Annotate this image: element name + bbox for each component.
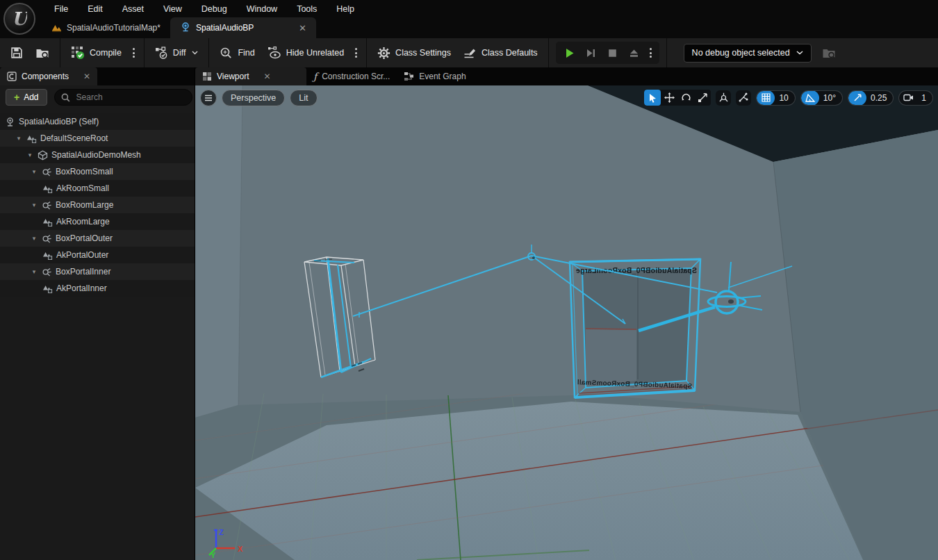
- menu-debug[interactable]: Debug: [192, 4, 237, 14]
- toolbar-separator: [144, 38, 145, 67]
- tree-row-spatialaudiodemomesh[interactable]: ▾ SpatialAudioDemoMesh: [0, 147, 195, 163]
- menu-window[interactable]: Window: [237, 4, 287, 14]
- ak-component-icon: [42, 250, 53, 260]
- components-tree: SpatialAudioBP (Self) ▾ DefaultSceneRoot…: [0, 113, 195, 297]
- tree-row-boxportalinner[interactable]: ▾ BoxPortalInner: [0, 263, 195, 280]
- select-tool-button[interactable]: [644, 90, 661, 106]
- audio-volume-icon: [41, 200, 52, 211]
- viewport-options-menu-button[interactable]: [200, 90, 217, 106]
- components-tab-bar: Components ✕: [0, 67, 195, 85]
- function-icon: ƒ: [313, 71, 317, 82]
- tree-row-boxportalouter[interactable]: ▾ BoxPortalOuter: [0, 230, 195, 247]
- expand-arrow-icon[interactable]: ▾: [31, 201, 38, 208]
- rotate-tool-button[interactable]: [677, 90, 694, 106]
- grid-snap-icon: [757, 90, 775, 106]
- hamburger-icon: [204, 94, 213, 101]
- perspective-dropdown[interactable]: Perspective: [222, 90, 285, 106]
- tab-spatial-audio-tutorial-map[interactable]: SpatialAudioTutorialMap*: [42, 17, 170, 38]
- camera-icon: [899, 90, 917, 106]
- ak-component-icon: [42, 217, 53, 227]
- move-tool-button[interactable]: [661, 90, 677, 106]
- compile-icon: [71, 46, 85, 60]
- tree-row-akroomlarge[interactable]: AkRoomLarge: [0, 213, 195, 230]
- scale-tool-button[interactable]: [694, 90, 711, 106]
- save-button[interactable]: [4, 42, 29, 64]
- tree-row-akportalinner[interactable]: AkPortalInner: [0, 280, 195, 297]
- close-panel-icon[interactable]: ✕: [263, 72, 270, 81]
- menu-file[interactable]: File: [44, 4, 78, 14]
- coordinate-gizmo-icon: [718, 92, 729, 103]
- tab-components[interactable]: Components ✕: [0, 67, 97, 85]
- toolbar-separator: [366, 38, 367, 67]
- close-tab-icon[interactable]: ✕: [299, 23, 306, 33]
- search-icon: [61, 93, 70, 102]
- unreal-logo-icon[interactable]: U: [3, 3, 35, 35]
- menu-tools[interactable]: Tools: [287, 4, 327, 14]
- stop-button[interactable]: [602, 42, 623, 64]
- tree-row-boxroomsmall[interactable]: ▾ BoxRoomSmall: [0, 163, 195, 180]
- tree-row-defaultsceneroot[interactable]: ▾ DefaultSceneRoot: [0, 130, 195, 147]
- class-defaults-button[interactable]: Class Defaults: [457, 42, 544, 64]
- tab-construction-script[interactable]: ƒ Construction Scr...: [306, 67, 397, 85]
- tree-row-spatialaudiobp-self[interactable]: SpatialAudioBP (Self): [0, 113, 195, 130]
- rotate-icon: [681, 92, 691, 103]
- blueprint-self-icon: [4, 117, 15, 127]
- browse-debug-object-button[interactable]: [816, 42, 842, 64]
- viewport-icon: [202, 72, 212, 81]
- compile-button[interactable]: Compile: [65, 42, 128, 64]
- play-button[interactable]: [559, 42, 580, 64]
- tree-row-boxroomlarge[interactable]: ▾ BoxRoomLarge: [0, 197, 195, 213]
- camera-speed-control[interactable]: 1: [898, 90, 933, 106]
- audio-volume-icon: [41, 233, 52, 244]
- hide-unrelated-button[interactable]: Hide Unrelated: [261, 42, 350, 64]
- expand-arrow-icon[interactable]: ▾: [31, 235, 38, 242]
- eject-button[interactable]: [623, 42, 645, 64]
- frame-skip-button[interactable]: [580, 42, 602, 64]
- tree-row-akroomsmall[interactable]: AkRoomSmall: [0, 180, 195, 197]
- surface-snapping-button[interactable]: [736, 90, 751, 106]
- expand-arrow-icon[interactable]: ▾: [31, 168, 38, 175]
- components-search[interactable]: [54, 89, 192, 106]
- pencil-icon: [463, 47, 477, 59]
- menu-view[interactable]: View: [154, 4, 192, 14]
- viewport-canvas[interactable]: SpatialAudioBP0_BoxRoomLarge SpatialAudi…: [195, 85, 938, 560]
- grid-snap-control[interactable]: 10: [756, 90, 795, 106]
- ak-component-icon: [42, 283, 53, 293]
- scene-component-icon: [26, 133, 37, 143]
- scale-icon: [698, 93, 707, 103]
- lit-mode-dropdown[interactable]: Lit: [290, 90, 317, 106]
- toolbar-separator: [208, 38, 209, 67]
- search-input[interactable]: [75, 92, 186, 103]
- debug-object-dropdown[interactable]: No debug object selected: [684, 44, 812, 63]
- world-local-gizmo-button[interactable]: [716, 90, 731, 106]
- viewport-3d-scene: SpatialAudioBP0_BoxRoomLarge SpatialAudi…: [195, 85, 938, 560]
- tab-viewport[interactable]: Viewport ✕: [195, 67, 306, 85]
- browse-asset-button[interactable]: [29, 42, 56, 64]
- menu-help[interactable]: Help: [327, 4, 364, 14]
- menu-asset[interactable]: Asset: [113, 4, 154, 14]
- menu-edit[interactable]: Edit: [78, 4, 113, 14]
- expand-arrow-icon[interactable]: ▾: [31, 268, 38, 275]
- tab-event-graph[interactable]: Event Graph: [397, 67, 472, 85]
- play-options-kebab[interactable]: [645, 48, 657, 58]
- plus-icon: +: [14, 92, 19, 103]
- tree-row-akportalouter[interactable]: AkPortalOuter: [0, 247, 195, 263]
- expand-arrow-icon[interactable]: ▾: [26, 151, 33, 158]
- expand-arrow-icon[interactable]: ▾: [15, 135, 22, 142]
- hide-unrelated-kebab[interactable]: [350, 48, 362, 58]
- class-settings-button[interactable]: Class Settings: [371, 42, 457, 64]
- diff-button[interactable]: Diff: [149, 42, 205, 64]
- compile-options-kebab[interactable]: [128, 48, 140, 58]
- toolbar-separator: [60, 38, 60, 67]
- find-button[interactable]: Find: [213, 42, 261, 64]
- transform-tools: [644, 90, 711, 106]
- scale-snap-control[interactable]: 0.25: [848, 90, 894, 106]
- add-component-button[interactable]: + Add: [6, 89, 47, 106]
- portal-box-interior: [582, 268, 691, 388]
- components-panel: Components ✕ + Add SpatialAudioBP (Self): [0, 67, 195, 560]
- close-panel-icon[interactable]: ✕: [83, 72, 90, 81]
- tab-spatial-audio-bp[interactable]: SpatialAudioBP ✕: [170, 17, 316, 38]
- toolbar-separator: [548, 38, 549, 67]
- rotation-snap-control[interactable]: 10°: [800, 90, 843, 106]
- move-icon: [664, 92, 675, 103]
